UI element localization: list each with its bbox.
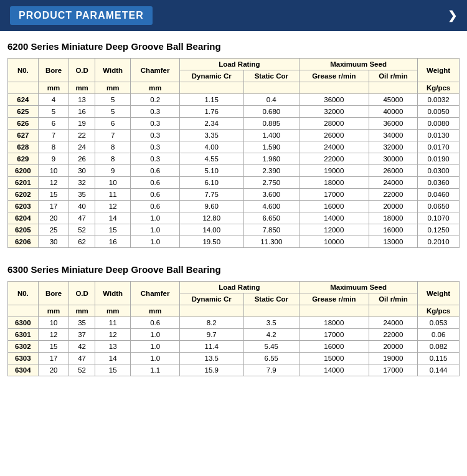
row-width: 12 [95, 201, 131, 212]
section-6200-title: 6200 Series Miniature Deep Groove Ball B… [7, 41, 460, 52]
row-bore: 15 [38, 189, 69, 201]
row-oil: 32000 [369, 141, 417, 153]
row-id: 628 [8, 141, 39, 153]
row-id: 6201 [8, 177, 39, 189]
row-oil: 19000 [369, 353, 417, 364]
row-width: 7 [95, 130, 131, 141]
row-oil: 26000 [369, 165, 417, 177]
col-dynamic-unit [179, 82, 243, 94]
row-od: 16 [69, 106, 95, 118]
row-static: 6.55 [243, 353, 299, 364]
row-chamfer: 0.2 [131, 94, 179, 106]
row-dynamic: 11.4 [179, 341, 243, 353]
row-static: 3.600 [243, 189, 299, 201]
row-static: 3.5 [243, 317, 299, 329]
row-bore: 12 [38, 329, 69, 341]
col-load-rating: Load Rating [179, 59, 299, 70]
col-max-seed: Maximuum Seed [299, 59, 417, 70]
row-grease: 10000 [299, 236, 369, 248]
table-row: 6201 12 32 10 0.6 6.10 2.750 18000 24000… [8, 177, 460, 189]
row-id: 6203 [8, 201, 39, 212]
row-dynamic: 2.34 [179, 118, 243, 130]
col-od-unit: mm [69, 82, 95, 94]
row-chamfer: 1.0 [131, 341, 179, 353]
row-width: 8 [95, 153, 131, 165]
row-dynamic: 19.50 [179, 236, 243, 248]
row-width: 5 [95, 106, 131, 118]
row-chamfer: 1.0 [131, 236, 179, 248]
row-weight: 0.0170 [418, 141, 460, 153]
row-static: 1.960 [243, 153, 299, 165]
row-id: 6200 [8, 165, 39, 177]
row-static: 0.885 [243, 118, 299, 130]
row-oil: 13000 [369, 236, 417, 248]
row-od: 47 [69, 212, 95, 224]
row-weight: 0.0360 [418, 177, 460, 189]
row-od: 32 [69, 177, 95, 189]
row-bore: 7 [38, 130, 69, 141]
row-od: 13 [69, 94, 95, 106]
table-row: 627 7 22 7 0.3 3.35 1.400 26000 34000 0.… [8, 130, 460, 141]
row-od: 24 [69, 141, 95, 153]
col-grease-2: Grease r/min [299, 293, 369, 305]
row-bore: 20 [38, 364, 69, 376]
col-weight-2: Weight [418, 282, 460, 305]
row-oil: 16000 [369, 224, 417, 236]
row-grease: 14000 [299, 212, 369, 224]
row-chamfer: 1.0 [131, 224, 179, 236]
table-row: 6203 17 40 12 0.6 9.60 4.600 16000 20000… [8, 201, 460, 212]
row-oil: 24000 [369, 317, 417, 329]
row-oil: 30000 [369, 153, 417, 165]
col-no-unit [8, 82, 39, 94]
table-row: 6204 20 47 14 1.0 12.80 6.650 14000 1800… [8, 212, 460, 224]
row-grease: 17000 [299, 189, 369, 201]
row-static: 2.390 [243, 165, 299, 177]
col-width-2: Width [95, 282, 131, 305]
row-weight: 0.0190 [418, 153, 460, 165]
row-oil: 20000 [369, 201, 417, 212]
row-static: 0.680 [243, 106, 299, 118]
row-oil: 18000 [369, 212, 417, 224]
col-dynamic: Dynamic Cr [179, 70, 243, 82]
col-static-unit-2 [243, 305, 299, 317]
row-id: 6202 [8, 189, 39, 201]
row-static: 1.590 [243, 141, 299, 153]
row-chamfer: 1.1 [131, 364, 179, 376]
row-dynamic: 8.2 [179, 317, 243, 329]
row-id: 6304 [8, 364, 39, 376]
row-weight: 0.2010 [418, 236, 460, 248]
row-oil: 17000 [369, 364, 417, 376]
row-static: 1.400 [243, 130, 299, 141]
row-bore: 30 [38, 236, 69, 248]
row-od: 35 [69, 317, 95, 329]
row-chamfer: 0.6 [131, 201, 179, 212]
row-bore: 9 [38, 153, 69, 165]
row-chamfer: 0.3 [131, 106, 179, 118]
row-chamfer: 1.0 [131, 329, 179, 341]
row-weight: 0.0460 [418, 189, 460, 201]
row-grease: 28000 [299, 118, 369, 130]
row-od: 37 [69, 329, 95, 341]
row-bore: 20 [38, 212, 69, 224]
row-width: 14 [95, 212, 131, 224]
col-load-rating-2: Load Rating [179, 282, 299, 293]
row-static: 4.2 [243, 329, 299, 341]
row-chamfer: 0.3 [131, 153, 179, 165]
row-od: 52 [69, 224, 95, 236]
row-weight: 0.0032 [418, 94, 460, 106]
row-id: 629 [8, 153, 39, 165]
row-oil: 40000 [369, 106, 417, 118]
chevron-down-icon[interactable]: ❯ [448, 9, 457, 22]
row-chamfer: 1.0 [131, 353, 179, 364]
row-dynamic: 14.00 [179, 224, 243, 236]
table-6200: N0. Bore O.D Width Chamfer Load Rating M… [7, 58, 460, 248]
row-width: 13 [95, 341, 131, 353]
row-bore: 15 [38, 341, 69, 353]
row-bore: 8 [38, 141, 69, 153]
col-bore-2: Bore [38, 282, 69, 305]
row-id: 624 [8, 94, 39, 106]
row-bore: 17 [38, 201, 69, 212]
row-bore: 10 [38, 165, 69, 177]
row-chamfer: 1.0 [131, 212, 179, 224]
row-width: 15 [95, 364, 131, 376]
